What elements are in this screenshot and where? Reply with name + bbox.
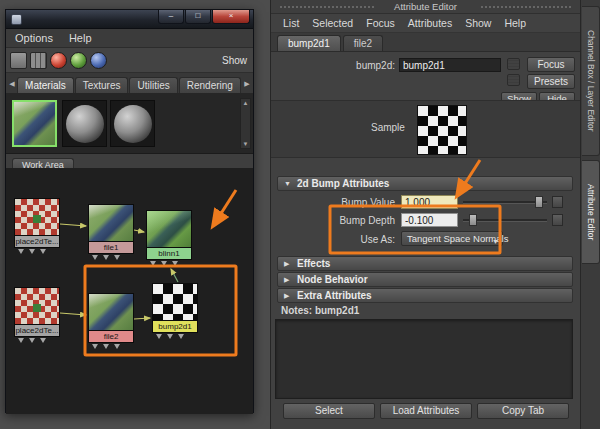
slider-handle[interactable] <box>469 214 477 226</box>
select-button[interactable]: Select <box>283 403 375 419</box>
green-sphere-icon[interactable] <box>70 52 87 69</box>
section-collapsed-icon: ▶ <box>284 257 289 270</box>
swatch-scrollbar[interactable]: ▲ ▼ <box>240 98 251 149</box>
menu-selected[interactable]: Selected <box>312 17 353 29</box>
scroll-up-icon[interactable]: ▲ <box>243 100 249 106</box>
tab-utilities[interactable]: Utilities <box>129 77 177 93</box>
bump-value-field[interactable] <box>401 195 458 209</box>
sphere-preview <box>66 105 104 143</box>
show-menu-label[interactable]: Show <box>222 55 249 66</box>
node-port-icons[interactable] <box>14 248 60 256</box>
swatch-panel: ▲ ▼ <box>6 94 253 154</box>
load-attributes-button[interactable]: Load Attributes <box>380 403 472 419</box>
sample-label: Sample <box>371 121 405 135</box>
list-icon-bottom[interactable] <box>507 74 520 86</box>
bump-depth-label: Bump Depth <box>291 214 395 228</box>
node-port-icons[interactable] <box>152 333 198 341</box>
blue-sphere-icon[interactable] <box>90 52 107 69</box>
hypershade-tabbar: ◀ Materials Textures Utilities Rendering… <box>6 73 253 94</box>
node-place2dtexture-2[interactable]: place2dTe... <box>14 287 60 345</box>
hypershade-menubar: Options Help <box>6 29 253 48</box>
section-label: 2d Bump Attributes <box>297 178 389 189</box>
section-expanded-icon: ▼ <box>284 177 291 190</box>
section-extra-attributes[interactable]: ▶ Extra Attributes <box>277 288 573 303</box>
minimize-button[interactable]: – <box>158 10 184 24</box>
node-bump2d1[interactable]: bump2d1 <box>152 283 198 341</box>
notes-label: Notes: bump2d1 <box>281 304 359 318</box>
node-port-icons[interactable] <box>146 260 192 268</box>
menu-attributes[interactable]: Attributes <box>408 17 452 29</box>
tab-attribute-editor[interactable]: Attribute Editor <box>582 160 600 264</box>
node-label: file1 <box>88 242 134 254</box>
close-button[interactable]: × <box>212 10 250 24</box>
notes-textarea[interactable] <box>275 319 573 399</box>
menu-focus[interactable]: Focus <box>366 17 395 29</box>
node-blinn1[interactable]: blinn1 <box>146 210 192 268</box>
map-texture-button[interactable] <box>552 214 563 226</box>
bump-depth-field[interactable] <box>401 213 458 227</box>
work-area-canvas[interactable]: place2dTe... file1 blinn1 place2dTe... f <box>6 168 253 414</box>
use-as-label: Use As: <box>291 233 395 247</box>
drag-handle-dots <box>480 5 572 9</box>
red-sphere-icon[interactable] <box>50 52 67 69</box>
menu-options[interactable]: Options <box>15 32 53 44</box>
swatch-material-sphere[interactable] <box>62 100 107 147</box>
section-2d-bump-attributes[interactable]: ▼ 2d Bump Attributes <box>277 176 573 191</box>
section-label: Effects <box>297 258 330 269</box>
slider-handle[interactable] <box>535 196 543 208</box>
tab-channel-box-layer-editor[interactable]: Channel Box / Layer Editor <box>582 6 600 156</box>
hypershade-window: – □ × Options Help Show ◀ Materials Text… <box>5 9 254 413</box>
place2dtexture-swatch-icon <box>14 198 60 236</box>
bump-value-slider[interactable] <box>463 195 547 209</box>
node-port-icons[interactable] <box>14 337 60 345</box>
node-file2[interactable]: file2 <box>88 293 134 351</box>
tab-bump2d1[interactable]: bump2d1 <box>277 35 341 51</box>
section-node-behavior[interactable]: ▶ Node Behavior <box>277 272 573 287</box>
section-collapsed-icon: ▶ <box>284 289 289 302</box>
attribute-editor-tabrow: bump2d1 file2 <box>271 33 580 52</box>
list-icon-top[interactable] <box>507 58 520 70</box>
menu-help[interactable]: Help <box>69 32 92 44</box>
node-port-icons[interactable] <box>88 343 134 351</box>
file-texture-swatch-icon <box>88 293 134 331</box>
bump-checker-swatch-icon <box>152 283 198 321</box>
blinn-material-swatch-icon <box>146 210 192 248</box>
panel-tab-strip: Channel Box / Layer Editor Attribute Edi… <box>580 0 600 429</box>
section-effects[interactable]: ▶ Effects <box>277 256 573 271</box>
attribute-editor-menubar: List Selected Focus Attributes Show Help <box>271 14 580 33</box>
tab-textures[interactable]: Textures <box>75 77 129 93</box>
node-label: bump2d1 <box>152 321 198 333</box>
grid-icon[interactable] <box>30 52 47 69</box>
section-label: Node Behavior <box>297 274 368 285</box>
node-name-field[interactable] <box>399 58 501 72</box>
bump-depth-slider[interactable] <box>463 213 547 227</box>
menu-help[interactable]: Help <box>504 17 526 29</box>
drag-handle-dots <box>279 5 375 9</box>
focus-button[interactable]: Focus <box>527 57 575 72</box>
node-label: file2 <box>88 331 134 343</box>
menu-list[interactable]: List <box>283 17 299 29</box>
node-port-icons[interactable] <box>88 254 134 262</box>
swatch-material-sphere[interactable] <box>110 100 155 147</box>
maximize-button[interactable]: □ <box>185 10 211 24</box>
tab-file2[interactable]: file2 <box>343 35 383 51</box>
copy-tab-button[interactable]: Copy Tab <box>477 403 569 419</box>
presets-button[interactable]: Presets <box>527 74 575 89</box>
hypershade-titlebar[interactable]: – □ × <box>6 10 253 29</box>
tab-materials[interactable]: Materials <box>17 77 74 93</box>
use-as-dropdown[interactable]: Tangent Space Normals ▼ <box>401 231 503 246</box>
panel-layout-icon[interactable] <box>10 52 27 69</box>
scroll-right-icon[interactable]: ▶ <box>242 75 252 93</box>
scroll-down-icon[interactable]: ▼ <box>243 141 249 147</box>
node-label: blinn1 <box>146 248 192 260</box>
scroll-left-icon[interactable]: ◀ <box>7 75 17 93</box>
map-texture-button[interactable] <box>552 196 563 208</box>
window-system-icon[interactable] <box>11 14 22 25</box>
tab-rendering[interactable]: Rendering <box>179 77 241 93</box>
node-file1[interactable]: file1 <box>88 204 134 262</box>
swatch-file-texture[interactable] <box>12 100 57 147</box>
section-label: Extra Attributes <box>297 290 372 301</box>
attribute-editor-header[interactable]: Attribute Editor <box>271 0 580 14</box>
menu-show[interactable]: Show <box>465 17 491 29</box>
node-place2dtexture[interactable]: place2dTe... <box>14 198 60 256</box>
